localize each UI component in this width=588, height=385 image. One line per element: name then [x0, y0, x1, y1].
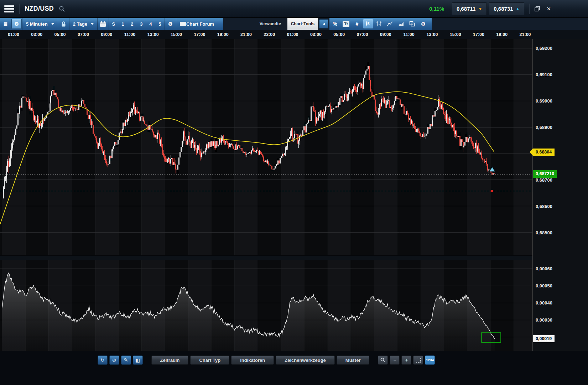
- current-price: 0,687210: [536, 171, 554, 176]
- time-axis-label: 17:00: [473, 32, 484, 37]
- divider: [97, 18, 98, 30]
- compare-windows-icon[interactable]: [407, 19, 417, 29]
- axis-label: 0,00050: [536, 283, 552, 288]
- watchlist-icon[interactable]: ≣: [0, 19, 11, 29]
- trading-chart-window: NZD/USD 0,11% 0,68711 ▼ 0,68731 ▲ ✕ ≣ ⚙ …: [0, 0, 588, 385]
- divider: [58, 18, 58, 30]
- price-down-arrow-icon: ▼: [478, 6, 482, 11]
- time-axis-label: 17:00: [194, 32, 205, 37]
- axis-label: 0,69000: [536, 98, 552, 103]
- menu-icon[interactable]: [4, 5, 14, 12]
- chart-tools-tab[interactable]: Chart-Tools: [287, 18, 318, 30]
- fit-screen-icon[interactable]: [413, 355, 423, 365]
- ma-value-tag: 0,68804: [533, 149, 555, 156]
- time-axis-label: 21:00: [520, 32, 531, 37]
- bottom-toolbar: ↻ ⊘ ✎ ◧ Zeitraum Chart Typ Indikatoren Z…: [0, 354, 532, 366]
- toolbar-right-segment: [432, 18, 588, 30]
- ma-value: 0,68804: [536, 150, 552, 155]
- line-style-icon[interactable]: [385, 19, 395, 29]
- color-mode-icon[interactable]: ◧: [133, 355, 143, 365]
- sell-price-button[interactable]: 0,68711 ▼: [452, 2, 487, 15]
- time-axis-label: 05:00: [54, 32, 66, 37]
- axis-label: 0,00030: [536, 317, 552, 323]
- restore-window-icon[interactable]: [535, 6, 540, 11]
- instrument-title: NZD/USD: [25, 5, 54, 12]
- time-axis-label: 13:00: [147, 32, 159, 37]
- divider: [529, 4, 530, 14]
- zeichenwerkzeuge-button[interactable]: Zeichenwerkzeuge: [276, 355, 335, 365]
- range-dropdown[interactable]: 2 Tage: [69, 18, 97, 30]
- zoom-preset-4[interactable]: 4: [146, 21, 155, 27]
- price-up-arrow-icon: ▲: [516, 6, 520, 11]
- time-axis-label: 09:00: [380, 32, 391, 37]
- range-label: 2 Tage: [73, 21, 87, 27]
- related-button[interactable]: Verwandte: [253, 21, 287, 26]
- price-axis[interactable]: 0,692000,691000,690000,689000,688000,687…: [532, 39, 588, 351]
- search-icon[interactable]: [59, 6, 65, 12]
- toolbar-tools-segment: % Tt # ⚙: [329, 18, 432, 30]
- time-axis-label: 01:00: [8, 32, 19, 37]
- numbers-toggle-icon[interactable]: 1234: [425, 355, 435, 365]
- axis-label: 0,68600: [536, 203, 552, 209]
- zoom-in-icon[interactable]: +: [401, 355, 411, 365]
- refresh-icon[interactable]: ↻: [98, 355, 108, 365]
- zeitraum-button[interactable]: Zeitraum: [151, 355, 189, 365]
- time-axis-label: 07:00: [78, 32, 89, 37]
- zoom-preset-2[interactable]: 2: [128, 21, 137, 27]
- chart-typ-button[interactable]: Chart Typ: [190, 355, 229, 365]
- close-icon[interactable]: ✕: [546, 6, 551, 12]
- zoom-out-icon[interactable]: −: [390, 355, 400, 365]
- time-axis-label: 15:00: [171, 32, 182, 37]
- axis-label: 0,69100: [536, 72, 552, 77]
- gear-icon[interactable]: ⚙: [165, 19, 176, 29]
- collapse-tools-icon[interactable]: ◄: [319, 19, 328, 28]
- lock-icon[interactable]: [58, 19, 69, 29]
- time-axis-label: 07:00: [357, 32, 368, 37]
- buy-price-button[interactable]: 0,68731 ▲: [489, 2, 524, 15]
- sell-price: 0,68711: [457, 6, 475, 12]
- time-axis-label: 11:00: [403, 32, 414, 37]
- tools-settings-icon[interactable]: ⚙: [418, 19, 428, 29]
- axis-label: 0,00060: [536, 266, 552, 271]
- zoom-search-icon[interactable]: [378, 355, 388, 365]
- area-style-icon[interactable]: [396, 19, 406, 29]
- speech-bubble-icon: [180, 22, 186, 26]
- axis-label: 0,68900: [536, 124, 552, 130]
- ohlc-style-icon[interactable]: [374, 19, 384, 29]
- indicator-value: 0,00019: [536, 336, 552, 341]
- zoom-preset-5[interactable]: 5: [155, 21, 165, 27]
- percent-scale-icon[interactable]: %: [330, 19, 340, 29]
- axis-label: 0,68500: [536, 230, 552, 235]
- text-size-glyph: Tt: [343, 21, 349, 27]
- divider: [19, 4, 20, 14]
- change-percent: 0,11%: [429, 6, 444, 12]
- draw-pencil-icon[interactable]: ✎: [121, 355, 131, 365]
- time-axis[interactable]: 01:0003:0005:0007:0009:0011:0013:0015:00…: [0, 30, 588, 40]
- time-axis-label: 19:00: [496, 32, 508, 37]
- indicator-chart-canvas[interactable]: [0, 260, 532, 351]
- chart-settings-icon[interactable]: ⚙: [11, 19, 22, 29]
- disable-drawing-icon[interactable]: ⊘: [109, 355, 119, 365]
- current-price-tag: 0,687210: [533, 170, 557, 178]
- panel-divider[interactable]: [0, 255, 532, 260]
- price-chart-canvas[interactable]: [0, 39, 532, 255]
- time-axis-label: 01:00: [287, 32, 298, 37]
- time-axis-label: 11:00: [124, 32, 135, 37]
- chart-forum-button[interactable]: Chart Forum: [176, 18, 218, 30]
- zoom-preset-1[interactable]: 1: [118, 21, 128, 27]
- text-size-icon[interactable]: Tt: [341, 19, 351, 29]
- grid-icon[interactable]: #: [352, 19, 362, 29]
- title-bar: NZD/USD 0,11% 0,68711 ▼ 0,68731 ▲ ✕: [0, 0, 588, 18]
- indicator-value-tag: 0,00019: [533, 335, 555, 342]
- indikatoren-button[interactable]: Indikatoren: [231, 355, 274, 365]
- time-axis-label: 13:00: [426, 32, 438, 37]
- muster-button[interactable]: Muster: [337, 355, 370, 365]
- interval-dropdown[interactable]: 5 Minuten: [22, 18, 58, 30]
- time-axis-label: 23:00: [264, 32, 275, 37]
- toolbar-middle-segment: Verwandte: [223, 18, 287, 30]
- zoom-preset-3[interactable]: 3: [137, 21, 146, 27]
- divider: [165, 18, 165, 30]
- zoom-preset-s[interactable]: S: [109, 21, 118, 27]
- candlestick-style-icon[interactable]: [363, 19, 373, 29]
- calendar-icon[interactable]: [98, 19, 108, 29]
